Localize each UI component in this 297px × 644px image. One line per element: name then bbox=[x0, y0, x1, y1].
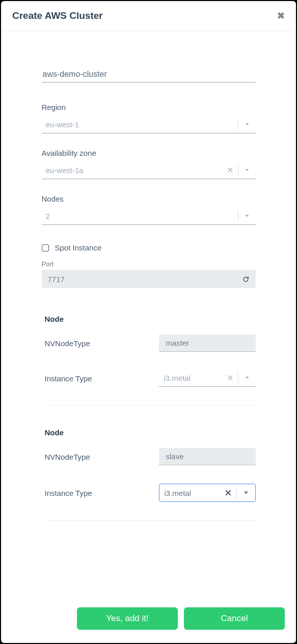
node2-instance-select[interactable]: i3.metal bbox=[159, 484, 256, 502]
instance-type-label: Instance Type bbox=[45, 374, 92, 383]
region-value: eu-west-1 bbox=[42, 120, 238, 129]
cancel-button[interactable]: Cancel bbox=[184, 607, 285, 630]
region-label: Region bbox=[42, 103, 256, 111]
refresh-icon[interactable] bbox=[242, 275, 250, 283]
chevron-down-icon[interactable] bbox=[238, 121, 256, 128]
chevron-down-icon[interactable] bbox=[238, 374, 256, 381]
divider bbox=[45, 520, 256, 521]
node2-type-row: NVNodeType slave bbox=[45, 448, 256, 465]
node1-inst-row: Instance Type i3.metal bbox=[45, 370, 256, 387]
az-label: Availability zone bbox=[42, 149, 256, 157]
node-heading: Node bbox=[45, 315, 256, 323]
nvnodetype-label: NVNodeType bbox=[45, 453, 90, 461]
node-section-1: Node NVNodeType master Instance Type i3.… bbox=[42, 315, 256, 406]
divider bbox=[45, 405, 256, 406]
nodes-value: 2 bbox=[42, 212, 238, 220]
nodes-select[interactable]: 2 bbox=[42, 208, 256, 225]
node2-type-value: slave bbox=[159, 448, 256, 465]
node1-type-row: NVNodeType master bbox=[45, 334, 256, 352]
confirm-button[interactable]: Yes, add it! bbox=[77, 607, 178, 630]
instance-type-label: Instance Type bbox=[45, 489, 92, 497]
node1-type-value: master bbox=[159, 334, 256, 352]
modal-header: Create AWS Cluster ✖ bbox=[1, 1, 296, 31]
clear-icon[interactable] bbox=[223, 374, 238, 381]
region-field: Region eu-west-1 bbox=[42, 103, 256, 133]
port-input[interactable] bbox=[48, 275, 242, 284]
node2-inst-row: Instance Type i3.metal bbox=[45, 484, 256, 502]
modal-title: Create AWS Cluster bbox=[12, 10, 103, 21]
cluster-name-input[interactable] bbox=[42, 67, 256, 82]
node1-instance-value: i3.metal bbox=[159, 374, 223, 382]
spot-label: Spot Instance bbox=[55, 243, 102, 252]
spot-instance-row: Spot Instance bbox=[42, 243, 256, 252]
nvnodetype-label: NVNodeType bbox=[45, 339, 90, 348]
port-label: Port bbox=[42, 260, 256, 268]
create-cluster-modal: Create AWS Cluster ✖ Region eu-west-1 Av… bbox=[1, 1, 296, 643]
node-heading: Node bbox=[45, 428, 256, 437]
port-field: Port bbox=[42, 260, 256, 288]
node-section-2: Node NVNodeType slave Instance Type i3.m… bbox=[42, 428, 256, 521]
chevron-down-icon[interactable] bbox=[238, 212, 256, 219]
clear-icon[interactable] bbox=[223, 166, 238, 174]
az-field: Availability zone eu-west-1a bbox=[42, 149, 256, 179]
az-value: eu-west-1a bbox=[42, 166, 223, 175]
az-select[interactable]: eu-west-1a bbox=[42, 162, 256, 179]
form-content: Region eu-west-1 Availability zone eu-we… bbox=[42, 67, 256, 521]
port-row bbox=[42, 270, 256, 288]
modal-footer: Yes, add it! Cancel bbox=[1, 597, 296, 643]
node2-instance-value: i3.metal bbox=[159, 489, 220, 497]
cluster-name-field bbox=[42, 67, 256, 82]
nodes-label: Nodes bbox=[42, 194, 256, 203]
nodes-field: Nodes 2 bbox=[42, 194, 256, 225]
clear-icon[interactable] bbox=[220, 489, 236, 497]
node1-instance-select[interactable]: i3.metal bbox=[159, 370, 256, 387]
spot-checkbox[interactable] bbox=[42, 244, 49, 251]
chevron-down-icon[interactable] bbox=[237, 489, 255, 497]
modal-body: Region eu-west-1 Availability zone eu-we… bbox=[1, 31, 296, 597]
chevron-down-icon[interactable] bbox=[238, 166, 256, 174]
region-select[interactable]: eu-west-1 bbox=[42, 117, 256, 133]
close-icon[interactable]: ✖ bbox=[277, 11, 285, 20]
